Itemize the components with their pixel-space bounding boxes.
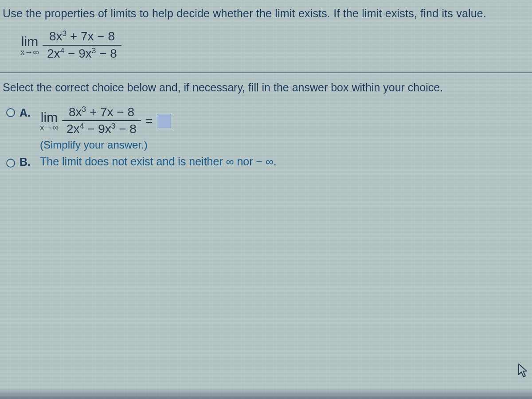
choice-b-row[interactable]: B. The limit does not exist and is neith… (6, 155, 532, 168)
simplify-note: (Simplify your answer.) (40, 139, 171, 151)
lim-word: lim (21, 35, 38, 49)
fraction-bar (43, 45, 121, 46)
section-divider (0, 72, 532, 73)
numerator: 8x3 + 7x − 8 (45, 30, 119, 44)
instruction-text: Use the properties of limits to help dec… (0, 0, 532, 23)
choice-b-text: The limit does not exist and is neither … (40, 155, 277, 168)
limit-operator: lim x→∞ (20, 35, 39, 56)
choice-a-body: lim x→∞ 8x3 + 7x − 8 2x4 − 9x3 − 8 = (Si… (40, 106, 171, 152)
lim-subscript: x→∞ (40, 123, 59, 132)
fraction: 8x3 + 7x − 8 2x4 − 9x3 − 8 (43, 30, 121, 62)
numerator: 8x3 + 7x − 8 (64, 106, 139, 120)
radio-a[interactable] (6, 108, 15, 117)
choice-a-row[interactable]: A. lim x→∞ 8x3 + 7x − 8 2x4 − 9x3 − 8 = … (6, 106, 532, 152)
select-instruction-text: Select the correct choice below and, if … (0, 81, 532, 106)
footer-shadow (0, 387, 532, 399)
lim-word: lim (41, 110, 58, 125)
answer-input-box[interactable] (157, 114, 171, 128)
radio-b[interactable] (6, 159, 15, 168)
lim-subscript: x→∞ (20, 48, 39, 57)
choice-b-letter: B. (20, 156, 32, 168)
denominator: 2x4 − 9x3 − 8 (43, 47, 121, 62)
choice-a-fraction: 8x3 + 7x − 8 2x4 − 9x3 − 8 (62, 106, 141, 137)
denominator: 2x4 − 9x3 − 8 (62, 122, 141, 137)
equals-sign: = (145, 114, 153, 128)
choices-group: A. lim x→∞ 8x3 + 7x − 8 2x4 − 9x3 − 8 = … (0, 106, 532, 169)
fraction-bar (62, 120, 141, 121)
cursor-icon (518, 363, 529, 381)
choice-a-lim: lim x→∞ (40, 110, 59, 132)
choice-a-equation: lim x→∞ 8x3 + 7x − 8 2x4 − 9x3 − 8 = (40, 106, 171, 137)
choice-a-letter: A. (20, 106, 32, 119)
limit-expression: lim x→∞ 8x3 + 7x − 8 2x4 − 9x3 − 8 (0, 23, 532, 71)
